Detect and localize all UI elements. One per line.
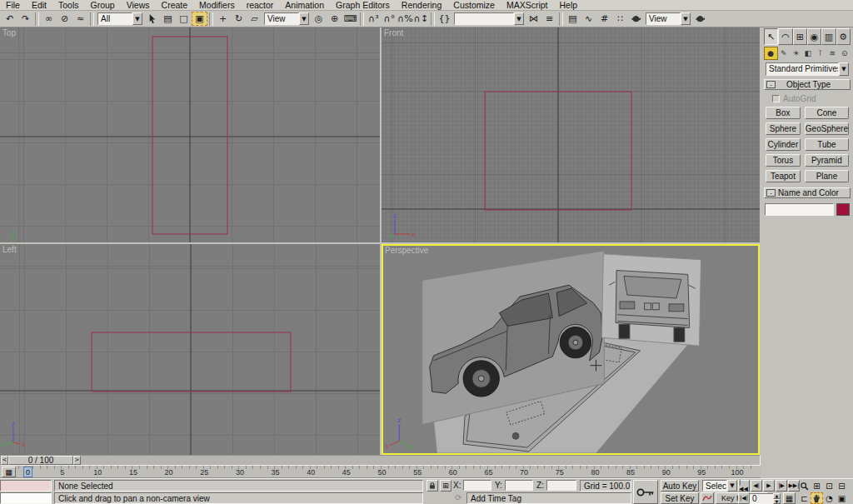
object-type-rollout-header[interactable]: - Object Type	[764, 79, 851, 90]
object-color-swatch[interactable]	[836, 203, 850, 216]
menu-help[interactable]: Help	[554, 0, 584, 10]
geosphere-button[interactable]: GeoSphere	[805, 122, 849, 135]
percent-snap-icon[interactable]: ∩%	[397, 12, 413, 26]
select-and-move-icon[interactable]: +	[215, 12, 231, 26]
menu-modifiers[interactable]: Modifiers	[193, 0, 241, 10]
chevron-down-icon[interactable]: ▼	[132, 12, 142, 25]
key-target-dropdown[interactable]: Selected ▼	[702, 480, 737, 492]
auto-key-button[interactable]: Auto Key	[661, 480, 699, 492]
unlink-selection-icon[interactable]: ⊘	[57, 12, 72, 26]
tab-display-icon[interactable]: ▥	[821, 28, 836, 45]
collapse-icon[interactable]: -	[766, 189, 776, 197]
category-geometry-icon[interactable]: ●	[764, 47, 778, 60]
zoom-region-icon[interactable]: ⊏	[798, 492, 811, 504]
undo-icon[interactable]: ↶	[2, 12, 17, 26]
pan-icon[interactable]	[811, 492, 823, 504]
reference-coordinate-dropdown[interactable]: View▼	[264, 12, 309, 25]
object-name-input[interactable]	[765, 203, 834, 216]
menu-group[interactable]: Group	[85, 0, 121, 10]
chevron-down-icon[interactable]: ▼	[839, 62, 849, 76]
angle-snap-icon[interactable]: ∩°	[382, 12, 397, 26]
z-coordinate-field[interactable]	[546, 480, 576, 491]
menu-customize[interactable]: Customize	[447, 0, 501, 10]
previous-frame-button[interactable]: ◀|	[751, 480, 762, 492]
chevron-down-icon[interactable]: ▼	[514, 12, 524, 25]
tab-utilities-icon[interactable]: ⚙	[836, 28, 851, 45]
tab-motion-icon[interactable]: ◉	[807, 28, 821, 45]
select-by-name-icon[interactable]: ▤	[160, 12, 176, 26]
key-mode-toggle[interactable]: |◀|	[738, 492, 750, 504]
quick-render-icon[interactable]	[692, 12, 708, 26]
autogrid-checkbox[interactable]	[772, 95, 780, 102]
named-selection-dropdown[interactable]: ▼	[454, 12, 524, 25]
category-lights-icon[interactable]: ☀	[790, 47, 802, 60]
mini-curve-editor-button[interactable]: ▦	[2, 467, 16, 477]
viewport-left[interactable]: Left z x y	[0, 244, 380, 455]
select-and-rotate-icon[interactable]: ↻	[231, 12, 247, 26]
edit-named-selections-icon[interactable]: {}	[436, 12, 452, 26]
menu-file[interactable]: File	[0, 0, 26, 10]
y-coordinate-field[interactable]	[505, 480, 533, 491]
arc-rotate-icon[interactable]: ◔	[823, 492, 836, 504]
new-key-curve-icon[interactable]	[701, 492, 714, 504]
window-crossing-toggle-icon[interactable]: ▣	[192, 12, 207, 26]
category-helpers-icon[interactable]: ⊺	[814, 47, 826, 60]
cone-button[interactable]: Cone	[805, 107, 849, 119]
min-max-toggle-icon[interactable]: ▣	[836, 492, 848, 504]
render-scene-icon[interactable]	[628, 12, 644, 26]
collapse-icon[interactable]: -	[766, 81, 776, 88]
select-and-link-icon[interactable]: ∞	[41, 12, 57, 26]
selection-filter-dropdown[interactable]: All▼	[97, 12, 142, 25]
keyboard-override-icon[interactable]: ⌨	[342, 12, 358, 26]
time-slider-left-arrow[interactable]: <	[1, 456, 8, 465]
time-configuration-button[interactable]: ▦	[783, 492, 796, 504]
time-slider-handle[interactable]: 0 / 100	[8, 456, 73, 465]
x-coordinate-field[interactable]	[463, 480, 491, 491]
category-cameras-icon[interactable]: ◧	[802, 47, 815, 60]
maxscript-listener-pane[interactable]	[0, 492, 52, 504]
tab-modify-icon[interactable]: ◠	[778, 28, 792, 45]
play-button[interactable]: ▶	[763, 480, 775, 492]
menu-animation[interactable]: Animation	[279, 0, 330, 10]
chevron-down-icon[interactable]: ▼	[681, 12, 691, 25]
viewport-front[interactable]: Front z x y	[382, 27, 760, 242]
select-object-icon[interactable]	[144, 12, 160, 26]
tab-create-icon[interactable]: ↖	[764, 28, 778, 45]
menu-views[interactable]: Views	[121, 0, 156, 10]
torus-button[interactable]: Torus	[766, 154, 801, 167]
mirror-icon[interactable]: ⋈	[526, 12, 541, 26]
sphere-button[interactable]: Sphere	[766, 122, 801, 135]
category-space-warps-icon[interactable]: ≋	[826, 47, 839, 60]
align-icon[interactable]: ≡	[541, 12, 557, 26]
plane-button[interactable]: Plane	[805, 170, 849, 182]
menu-create[interactable]: Create	[156, 0, 194, 10]
set-key-button[interactable]: Set Key	[661, 492, 699, 504]
zoom-extents-all-icon[interactable]: ⊟	[836, 480, 848, 492]
menu-edit[interactable]: Edit	[26, 0, 52, 10]
absolute-mode-toggle-icon[interactable]: ⊞	[440, 480, 451, 492]
selection-lock-icon[interactable]	[426, 480, 438, 492]
box-button[interactable]: Box	[766, 107, 801, 119]
track-bar[interactable]: ▦ 0 510152025303540455055606570758085909…	[0, 466, 761, 478]
bind-to-space-warp-icon[interactable]: ≈	[72, 12, 88, 26]
menu-maxscript[interactable]: MAXScript	[501, 0, 554, 10]
teapot-button[interactable]: Teapot	[766, 170, 801, 182]
go-to-start-button[interactable]: |◀◀	[738, 480, 750, 492]
spinner-snap-icon[interactable]: ∩↕	[413, 12, 429, 26]
add-time-tag[interactable]: Add Time Tag	[466, 492, 631, 504]
frame-spinner[interactable]: ▲▼	[773, 493, 781, 504]
primitives-dropdown[interactable]: Standard Primitives ▼	[766, 62, 849, 76]
select-and-scale-icon[interactable]: ▱	[247, 12, 262, 26]
snap-toggle-3d-icon[interactable]: ∩³	[366, 12, 382, 26]
menu-reactor[interactable]: reactor	[241, 0, 280, 10]
menu-tools[interactable]: Tools	[52, 0, 85, 10]
menu-graph-editors[interactable]: Graph Editors	[330, 0, 396, 10]
rectangular-selection-icon[interactable]: □	[176, 12, 192, 26]
name-color-rollout-header[interactable]: - Name and Color	[764, 187, 851, 198]
viewport-top[interactable]: Top y x z	[0, 27, 380, 242]
layer-manager-icon[interactable]: ▤	[565, 12, 581, 26]
zoom-all-icon[interactable]: ⊞	[811, 480, 823, 492]
category-systems-icon[interactable]: ⊙	[838, 47, 851, 60]
tube-button[interactable]: Tube	[805, 138, 849, 151]
zoom-extents-icon[interactable]: ⊡	[823, 480, 836, 492]
